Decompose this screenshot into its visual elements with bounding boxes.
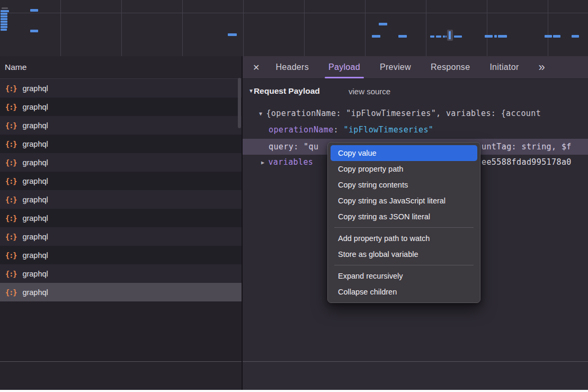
name-column-header[interactable]: Name [0, 56, 242, 79]
request-bar [443, 35, 445, 38]
request-name: graphql [22, 251, 48, 260]
devtools-network-panel: Name {:}graphql{:}graphql{:}graphql{:}gr… [0, 0, 588, 392]
table-row[interactable]: {:}graphql [0, 135, 242, 153]
page-background-strip [0, 390, 588, 392]
tab-initiator[interactable]: Initiator [489, 56, 519, 78]
table-row[interactable]: {:}graphql [0, 153, 242, 172]
request-name: graphql [22, 103, 48, 111]
request-bar [1, 18, 7, 20]
tab-payload[interactable]: Payload [328, 56, 360, 78]
request-name: graphql [22, 140, 48, 148]
request-bar [1, 23, 7, 25]
menu-item-copy-string-as-javascript-literal[interactable]: Copy string as JavaScript literal [331, 193, 477, 209]
request-list: {:}graphql{:}graphql{:}graphql{:}graphql… [0, 79, 242, 301]
scrollbar-thumb[interactable] [238, 78, 241, 128]
query-row-right-fragment: untTag: string, $f [482, 139, 572, 155]
menu-item-copy-value[interactable]: Copy value [331, 145, 477, 161]
table-row[interactable]: {:}graphql [0, 79, 242, 97]
key-value-separator: : [334, 125, 344, 135]
json-braces-icon: {:} [5, 103, 16, 111]
json-braces-icon: {:} [5, 121, 16, 130]
menu-item-expand-recursively[interactable]: Expand recursively [331, 268, 477, 284]
request-bar [430, 35, 434, 38]
property-key: operationName [269, 125, 334, 135]
name-column-label: Name [5, 63, 26, 72]
table-row[interactable]: {:}graphql [0, 246, 242, 264]
json-braces-icon: {:} [5, 288, 16, 297]
request-bar [545, 35, 552, 38]
request-payload-section-header: ▼Request Payload view source [248, 86, 320, 96]
json-braces-icon: {:} [5, 195, 16, 204]
request-bar [372, 35, 380, 38]
request-bar [454, 35, 462, 38]
section-title: Request Payload [254, 86, 320, 95]
request-name: graphql [22, 214, 48, 222]
request-name: graphql [22, 270, 48, 278]
request-bar [446, 35, 447, 38]
table-row[interactable]: {:}graphql [0, 97, 242, 116]
request-bar [1, 21, 7, 23]
json-braces-icon: {:} [5, 140, 16, 148]
menu-item-copy-string-as-json-literal[interactable]: Copy string as JSON literal [331, 209, 477, 225]
payload-root-preview: {operationName: "ipFlowTimeseries", vari… [266, 109, 541, 118]
variables-row-right-fragment: ee5588fdad995178a0 [482, 155, 572, 170]
payload-row-operation-name[interactable]: operationName: "ipFlowTimeseries" [243, 122, 588, 138]
request-bar [30, 30, 38, 32]
table-row[interactable]: {:}graphql [0, 116, 242, 135]
menu-item-collapse-children[interactable]: Collapse children [331, 284, 477, 300]
close-icon[interactable]: ✕ [253, 63, 260, 73]
overview-gridline [0, 13, 588, 13]
request-name: graphql [22, 158, 48, 167]
request-list-panel: Name {:}graphql{:}graphql{:}graphql{:}gr… [0, 56, 242, 390]
request-bar [494, 35, 497, 38]
request-name: graphql [22, 121, 48, 130]
table-row[interactable]: {:}graphql [0, 209, 242, 227]
detail-tabs: HeadersPayloadPreviewResponseInitiator [275, 56, 519, 78]
request-name: graphql [22, 84, 48, 93]
request-bar [379, 23, 387, 25]
section-collapse-triangle-icon[interactable]: ▼ [248, 88, 254, 94]
tab-preview[interactable]: Preview [380, 56, 411, 78]
request-name: graphql [22, 288, 48, 297]
request-bar [1, 15, 7, 17]
collapsed-triangle-icon[interactable]: ▶ [261, 159, 264, 165]
request-bar [436, 35, 441, 38]
table-row[interactable]: {:}graphql [0, 227, 242, 246]
menu-item-copy-property-path[interactable]: Copy property path [331, 161, 477, 177]
request-bar-gray [2, 7, 8, 9]
view-source-link[interactable]: view source [349, 87, 390, 96]
tab-headers[interactable]: Headers [275, 56, 309, 78]
request-bar [1, 10, 9, 12]
table-row[interactable]: {:}graphql [0, 172, 242, 190]
table-row[interactable]: {:}graphql [0, 190, 242, 209]
table-row[interactable]: {:}graphql [0, 264, 242, 283]
request-bar [485, 35, 493, 38]
request-bar [30, 9, 38, 12]
network-overview-timeline[interactable] [0, 0, 588, 57]
menu-item-store-as-global-variable[interactable]: Store as global variable [331, 246, 477, 262]
context-menu: Copy valueCopy property pathCopy string … [327, 142, 480, 303]
selected-request-marker [447, 30, 453, 41]
request-bar [553, 35, 560, 38]
menu-item-add-property-path-to-watch[interactable]: Add property path to watch [331, 230, 477, 246]
json-braces-icon: {:} [5, 270, 16, 278]
request-list-footer [0, 361, 242, 390]
table-row[interactable]: {:}graphql [0, 283, 242, 301]
tab-response[interactable]: Response [431, 56, 470, 78]
more-tabs-icon[interactable]: » [539, 61, 545, 73]
request-bar [1, 13, 7, 15]
request-bar [1, 29, 7, 31]
property-value-string: "ipFlowTimeseries" [343, 125, 433, 135]
json-braces-icon: {:} [5, 177, 16, 185]
menu-separator [334, 227, 474, 228]
payload-root-row[interactable]: ▼{operationName: "ipFlowTimeseries", var… [243, 106, 588, 121]
selected-request-marker-bar [449, 31, 451, 39]
expanded-triangle-icon[interactable]: ▼ [259, 111, 262, 117]
request-name: graphql [22, 195, 48, 204]
json-braces-icon: {:} [5, 214, 16, 222]
menu-item-copy-string-contents[interactable]: Copy string contents [331, 177, 477, 193]
query-row-left-fragment: query: "qu [269, 142, 318, 152]
request-bar [572, 35, 579, 38]
json-braces-icon: {:} [5, 251, 16, 260]
property-key: variables [268, 157, 313, 167]
